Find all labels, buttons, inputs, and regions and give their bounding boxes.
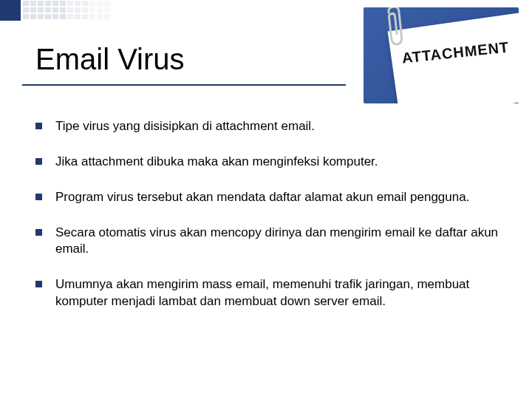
bullet-text: Jika attachment dibuka maka akan menginf… [55,154,378,170]
list-item: Program virus tersebut akan mendata daft… [35,189,502,205]
paperclip-icon [383,7,407,50]
accent-grid [22,0,111,21]
bullet-text: Secara otomatis virus akan mencopy dirin… [55,225,502,257]
list-item: Secara otomatis virus akan mencopy dirin… [35,225,502,257]
bullet-icon [35,194,42,200]
bullet-icon [35,158,42,165]
list-item: Umumnya akan mengirim mass email, memenu… [35,276,502,309]
list-item: Jika attachment dibuka maka akan menginf… [35,154,502,170]
corner-decoration [0,0,163,21]
bullet-icon [35,123,42,129]
title-underline [22,84,346,86]
bullet-list: Tipe virus yang disisipkan di attachment… [35,118,502,329]
bullet-icon [35,281,42,287]
list-item: Tipe virus yang disisipkan di attachment… [35,118,502,134]
attachment-label: ATTACHMENT [401,38,511,66]
bullet-text: Tipe virus yang disisipkan di attachment… [55,118,315,134]
slide-title: Email Virus [35,43,185,76]
bullet-text: Program virus tersebut akan mendata daft… [55,189,469,205]
bullet-icon [35,229,42,236]
attachment-illustration: ATTACHMENT [364,7,519,103]
bullet-text: Umumnya akan mengirim mass email, memenu… [55,276,502,309]
